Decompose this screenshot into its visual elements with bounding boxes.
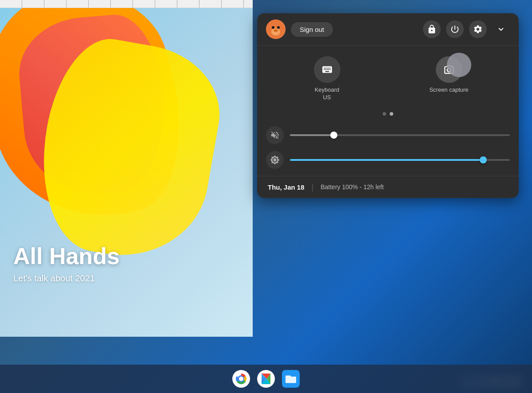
screen-capture-tile[interactable]: Screen capture xyxy=(391,56,506,101)
dot-1[interactable] xyxy=(383,112,386,116)
brightness-slider-fill xyxy=(290,159,483,161)
play-store-app-icon[interactable] xyxy=(255,368,277,389)
svg-point-4 xyxy=(272,26,274,29)
lock-button[interactable] xyxy=(423,20,441,38)
brightness-slider-thumb xyxy=(480,156,487,163)
pagination-dots xyxy=(257,109,519,123)
presentation-slide: All Hands Let's talk about 2021 xyxy=(0,0,253,337)
chrome-app-icon[interactable] xyxy=(231,368,252,389)
svg-point-5 xyxy=(277,26,280,29)
ruler xyxy=(0,0,253,8)
power-button[interactable] xyxy=(446,20,464,38)
svg-point-6 xyxy=(274,29,278,32)
brightness-slider-row xyxy=(266,151,510,169)
dot-2[interactable] xyxy=(390,112,393,116)
qs-top-bar: Sign out xyxy=(257,13,519,46)
screen-capture-tile-icon xyxy=(436,56,462,83)
keyboard-tile[interactable]: Keyboard US xyxy=(270,56,384,101)
date-display: Thu, Jan 18 xyxy=(268,183,305,191)
qs-sliders xyxy=(257,123,519,176)
footer-divider: | xyxy=(312,183,314,192)
battery-status: Battery 100% - 12h left xyxy=(321,183,383,191)
taskbar xyxy=(0,365,532,393)
slide-text-area: All Hands Let's talk about 2021 xyxy=(13,244,120,284)
collapse-button[interactable] xyxy=(492,20,510,38)
keyboard-tile-label: Keyboard US xyxy=(315,86,340,101)
screen-capture-tile-label: Screen capture xyxy=(429,86,468,94)
brightness-icon[interactable] xyxy=(266,151,284,169)
qs-tiles-grid: Keyboard US Screen capture xyxy=(257,46,519,109)
files-app-icon[interactable] xyxy=(280,368,301,389)
mute-icon[interactable] xyxy=(266,126,284,144)
capture-bubble xyxy=(447,53,471,77)
slide-content: All Hands Let's talk about 2021 xyxy=(0,8,253,337)
volume-slider-thumb xyxy=(330,132,337,139)
svg-point-10 xyxy=(239,377,243,381)
volume-slider-row xyxy=(266,126,510,144)
slide-title: All Hands xyxy=(13,244,120,269)
brightness-slider-track[interactable] xyxy=(290,159,510,161)
volume-slider-fill xyxy=(290,134,334,136)
slide-background xyxy=(0,8,253,337)
qs-footer: Thu, Jan 18 | Battery 100% - 12h left xyxy=(257,176,519,198)
volume-slider-track[interactable] xyxy=(290,134,510,136)
sign-out-button[interactable]: Sign out xyxy=(291,22,333,37)
quick-settings-panel: Sign out xyxy=(257,13,519,198)
keyboard-tile-icon xyxy=(314,56,340,83)
user-avatar[interactable] xyxy=(266,19,286,39)
settings-button[interactable] xyxy=(469,20,487,38)
slide-subtitle: Let's talk about 2021 xyxy=(13,273,120,284)
